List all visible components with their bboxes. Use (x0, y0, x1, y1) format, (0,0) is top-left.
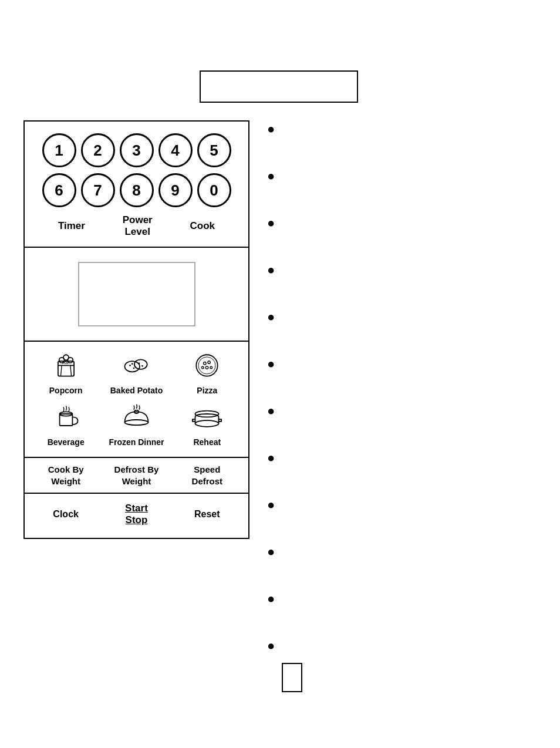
num-btn-0[interactable]: 0 (197, 173, 231, 207)
numpad-row-1: 1 2 3 4 5 (33, 133, 239, 167)
reset-button[interactable]: Reset (175, 509, 239, 520)
bullet-item-12: ● (267, 637, 543, 653)
bullet-item-8: ● (267, 449, 543, 466)
bullet-dot-9: ● (267, 497, 275, 513)
num-btn-7[interactable]: 7 (81, 173, 115, 207)
svg-point-9 (134, 359, 147, 369)
bullet-item-2: ● (267, 167, 543, 184)
bullet-dot-11: ● (267, 591, 275, 607)
bullet-item-5: ● (267, 308, 543, 325)
inner-display (78, 262, 195, 326)
svg-point-10 (129, 365, 131, 366)
bullet-item-10: ● (267, 543, 543, 560)
pizza-button[interactable]: Pizza (178, 351, 237, 395)
display-section (25, 248, 248, 342)
reheat-button[interactable]: Reheat (178, 402, 237, 447)
presets-section: POP Popcorn (25, 342, 248, 458)
pizza-icon (191, 351, 223, 383)
beverage-button[interactable]: Beverage (36, 402, 95, 447)
bullet-dot-12: ● (267, 638, 275, 653)
bullet-item-9: ● (267, 496, 543, 513)
bullet-item-11: ● (267, 590, 543, 607)
svg-point-16 (198, 357, 215, 374)
popcorn-label: Popcorn (49, 386, 83, 395)
preset-row-1: POP Popcorn (31, 351, 242, 395)
num-btn-6[interactable]: 6 (42, 173, 76, 207)
num-btn-3[interactable]: 3 (120, 133, 154, 167)
svg-point-21 (210, 366, 212, 369)
frozen-icon (120, 402, 153, 435)
bullet-item-6: ● (267, 355, 543, 372)
bullet-dot-5: ● (267, 309, 275, 325)
cook-button[interactable]: Cook (190, 220, 215, 232)
bullet-item-4: ● (267, 261, 543, 278)
baked-potato-button[interactable]: Baked Potato (107, 351, 166, 395)
bullet-dot-1: ● (267, 122, 275, 137)
num-btn-9[interactable]: 9 (158, 173, 193, 207)
speed-defrost-button[interactable]: SpeedDefrost (175, 464, 239, 487)
reheat-label: Reheat (193, 437, 221, 447)
power-level-button[interactable]: PowerLevel (123, 214, 153, 238)
reheat-icon (191, 402, 223, 435)
bullet-dot-4: ● (267, 262, 275, 278)
potato-icon (120, 351, 153, 383)
svg-point-8 (124, 361, 139, 372)
control-row: Clock StartStop Reset (31, 503, 242, 526)
svg-point-11 (133, 368, 135, 369)
timer-button[interactable]: Timer (58, 220, 85, 232)
bullet-list: ● ● ● ● ● ● ● ● ● ● ● ● (267, 120, 543, 684)
beverage-label: Beverage (48, 437, 85, 447)
start-stop-button[interactable]: StartStop (104, 503, 168, 526)
cook-by-weight-button[interactable]: Cook ByWeight (33, 464, 98, 487)
num-btn-5[interactable]: 5 (197, 133, 231, 167)
numpad-row-2: 6 7 8 9 0 (33, 173, 239, 207)
bullet-dot-7: ● (267, 403, 275, 419)
svg-point-24 (124, 420, 148, 425)
frozen-dinner-label: Frozen Dinner (109, 437, 164, 447)
svg-line-5 (60, 365, 62, 376)
defrost-by-weight-button[interactable]: Defrost ByWeight (104, 464, 168, 487)
bullet-item-3: ● (267, 214, 543, 231)
svg-point-26 (195, 420, 219, 427)
control-section: Clock StartStop Reset (25, 494, 248, 538)
clock-button[interactable]: Clock (33, 509, 98, 520)
svg-point-13 (139, 362, 140, 364)
num-btn-8[interactable]: 8 (120, 173, 154, 207)
beverage-icon (50, 402, 82, 435)
bullet-dot-6: ● (267, 356, 275, 372)
svg-point-12 (131, 363, 133, 365)
popcorn-icon: POP (50, 351, 82, 383)
svg-point-20 (202, 366, 204, 369)
bullet-item-7: ● (267, 402, 543, 419)
popcorn-button[interactable]: POP Popcorn (36, 351, 95, 395)
num-btn-1[interactable]: 1 (42, 133, 76, 167)
svg-line-6 (70, 365, 71, 376)
bullet-item-1: ● (267, 120, 543, 137)
svg-point-17 (204, 362, 207, 365)
baked-potato-label: Baked Potato (110, 386, 163, 395)
num-btn-4[interactable]: 4 (158, 133, 193, 167)
frozen-dinner-button[interactable]: Frozen Dinner (107, 402, 166, 447)
bullet-dot-2: ● (267, 169, 275, 184)
bullet-dot-8: ● (267, 450, 275, 466)
svg-text:POP: POP (62, 361, 69, 365)
bullet-dot-10: ● (267, 544, 275, 560)
preset-row-2: Beverage Frozen Dinne (31, 402, 242, 447)
svg-point-15 (197, 355, 218, 376)
bullet-dot-3: ● (267, 215, 275, 231)
svg-point-18 (208, 361, 211, 364)
main-display-box (200, 70, 358, 103)
function-row: Timer PowerLevel Cook (33, 214, 239, 238)
svg-point-14 (141, 365, 143, 367)
small-box-bottom-right (282, 663, 302, 692)
pizza-label: Pizza (197, 386, 217, 395)
control-panel: 1 2 3 4 5 6 7 8 9 0 Timer PowerLevel Coo… (23, 120, 249, 539)
weight-section: Cook ByWeight Defrost ByWeight SpeedDefr… (25, 458, 248, 494)
svg-point-19 (206, 366, 209, 369)
weight-row: Cook ByWeight Defrost ByWeight SpeedDefr… (31, 464, 242, 487)
numpad-section: 1 2 3 4 5 6 7 8 9 0 Timer PowerLevel Coo… (25, 122, 248, 248)
num-btn-2[interactable]: 2 (81, 133, 115, 167)
